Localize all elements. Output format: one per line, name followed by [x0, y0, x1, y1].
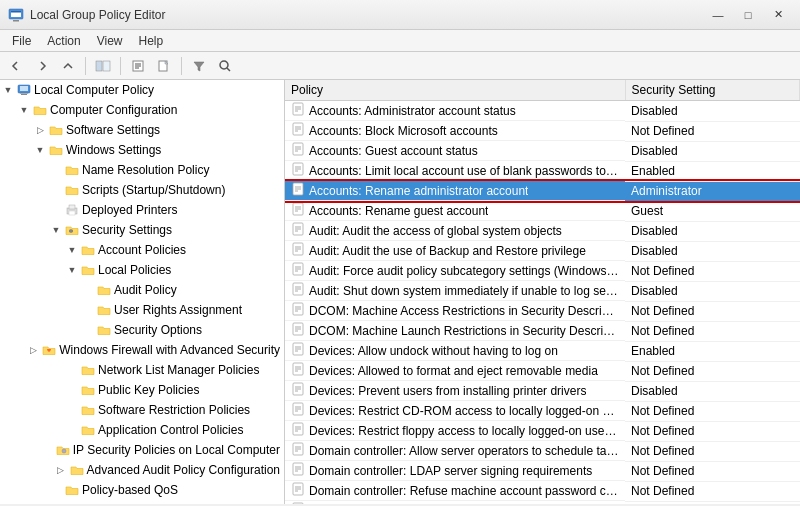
tree-item-software-restriction[interactable]: ▷ Software Restriction Policies — [0, 400, 284, 420]
tree-item-network-list[interactable]: ▷ Network List Manager Policies — [0, 360, 284, 380]
table-row[interactable]: Devices: Allowed to format and eject rem… — [285, 361, 800, 381]
column-header-setting[interactable]: Security Setting — [625, 80, 800, 101]
expander-icon[interactable]: ▼ — [16, 102, 32, 118]
expander-icon[interactable]: ▷ — [80, 282, 96, 298]
expander-icon[interactable]: ▷ — [48, 182, 64, 198]
security-setting: Disabled — [625, 381, 800, 401]
properties-button[interactable] — [126, 55, 150, 77]
tree-label: Network List Manager Policies — [98, 363, 259, 377]
svg-rect-105 — [293, 503, 303, 504]
expander-icon[interactable]: ▷ — [64, 402, 80, 418]
table-row[interactable]: Domain controller: Allow server operator… — [285, 441, 800, 461]
table-row[interactable]: Domain controller: LDAP server signing r… — [285, 461, 800, 481]
tree-item-audit-policy[interactable]: ▷ Audit Policy — [0, 280, 284, 300]
toolbar-separator-1 — [85, 57, 86, 75]
svg-rect-3 — [13, 20, 19, 22]
table-row[interactable]: Domain member: Digitally encrypt or sign… — [285, 501, 800, 504]
table-row[interactable]: Devices: Allow undock without having to … — [285, 341, 800, 361]
expander-icon[interactable]: ▷ — [48, 482, 64, 498]
policy-icon — [291, 502, 305, 504]
show-hide-button[interactable] — [91, 55, 115, 77]
expander-icon[interactable]: ▷ — [53, 462, 69, 478]
table-row[interactable]: DCOM: Machine Launch Restrictions in Sec… — [285, 321, 800, 341]
expander-icon[interactable]: ▷ — [48, 162, 64, 178]
expander-icon[interactable]: ▷ — [39, 442, 55, 458]
table-row[interactable]: Accounts: Administrator account statusDi… — [285, 101, 800, 122]
expander-icon[interactable]: ▼ — [64, 262, 80, 278]
tree-panel[interactable]: ▼ Local Computer Policy ▼ Computer Confi… — [0, 80, 285, 504]
expander-icon[interactable]: ▷ — [48, 502, 64, 504]
svg-rect-18 — [69, 205, 75, 209]
tree-item-public-key[interactable]: ▷ Public Key Policies — [0, 380, 284, 400]
expander-icon[interactable]: ▷ — [80, 302, 96, 318]
tree-item-local-computer-policy[interactable]: ▼ Local Computer Policy — [0, 80, 284, 100]
table-row[interactable]: Audit: Audit the access of global system… — [285, 221, 800, 241]
expander-icon[interactable]: ▷ — [25, 342, 41, 358]
expander-icon[interactable]: ▼ — [48, 222, 64, 238]
minimize-button[interactable]: — — [704, 5, 732, 25]
table-row[interactable]: DCOM: Machine Access Restrictions in Sec… — [285, 301, 800, 321]
tree-item-security-settings[interactable]: ▼ Security Settings — [0, 220, 284, 240]
policy-icon — [291, 142, 305, 159]
table-row[interactable]: Audit: Force audit policy subcategory se… — [285, 261, 800, 281]
security-setting: Not Defined — [625, 361, 800, 381]
search-button[interactable] — [213, 55, 237, 77]
expander-icon[interactable]: ▼ — [64, 242, 80, 258]
filter-button[interactable] — [187, 55, 211, 77]
table-row[interactable]: Accounts: Rename guest accountGuest — [285, 201, 800, 221]
new-button[interactable] — [152, 55, 176, 77]
expander-icon[interactable]: ▷ — [64, 382, 80, 398]
tree-item-policy-qos[interactable]: ▷ Policy-based QoS — [0, 480, 284, 500]
table-row[interactable]: Accounts: Rename administrator accountAd… — [285, 181, 800, 201]
folder-icon — [80, 262, 96, 278]
table-row[interactable]: Devices: Prevent users from installing p… — [285, 381, 800, 401]
firewall-icon — [41, 342, 57, 358]
expander-icon[interactable]: ▼ — [0, 82, 16, 98]
expander-icon[interactable]: ▼ — [32, 142, 48, 158]
menu-help[interactable]: Help — [131, 30, 172, 51]
maximize-button[interactable]: □ — [734, 5, 762, 25]
tree-item-ip-security[interactable]: ▷ IP Security Policies on Local Computer — [0, 440, 284, 460]
forward-button[interactable] — [30, 55, 54, 77]
svg-rect-15 — [21, 94, 27, 95]
folder-icon — [55, 442, 71, 458]
table-row[interactable]: Devices: Restrict floppy access to local… — [285, 421, 800, 441]
tree-item-windows-firewall[interactable]: ▷ Windows Firewall with Advanced Securit… — [0, 340, 284, 360]
menu-bar: File Action View Help — [0, 30, 800, 52]
tree-item-name-resolution[interactable]: ▷ Name Resolution Policy — [0, 160, 284, 180]
security-setting: Not Defined — [625, 461, 800, 481]
tree-item-windows-settings[interactable]: ▼ Windows Settings — [0, 140, 284, 160]
close-button[interactable]: ✕ — [764, 5, 792, 25]
tree-item-account-policies[interactable]: ▼ Account Policies — [0, 240, 284, 260]
menu-view[interactable]: View — [89, 30, 131, 51]
tree-item-user-rights[interactable]: ▷ User Rights Assignment — [0, 300, 284, 320]
table-row[interactable]: Accounts: Block Microsoft accountsNot De… — [285, 121, 800, 141]
tree-item-computer-configuration[interactable]: ▼ Computer Configuration — [0, 100, 284, 120]
tree-item-admin-templates[interactable]: ▷ Administrative Templates — [0, 500, 284, 504]
expander-icon[interactable]: ▷ — [80, 322, 96, 338]
table-row[interactable]: Accounts: Guest account statusDisabled — [285, 141, 800, 161]
table-row[interactable]: Audit: Shut down system immediately if u… — [285, 281, 800, 301]
tree-item-local-policies[interactable]: ▼ Local Policies — [0, 260, 284, 280]
expander-icon[interactable]: ▷ — [64, 422, 80, 438]
tree-item-advanced-audit[interactable]: ▷ Advanced Audit Policy Configuration — [0, 460, 284, 480]
table-row[interactable]: Accounts: Limit local account use of bla… — [285, 161, 800, 181]
expander-icon[interactable]: ▷ — [64, 362, 80, 378]
tree-item-deployed-printers[interactable]: ▷ Deployed Printers — [0, 200, 284, 220]
tree-item-app-control[interactable]: ▷ Application Control Policies — [0, 420, 284, 440]
tree-item-security-options[interactable]: ▷ Security Options — [0, 320, 284, 340]
table-row[interactable]: Domain controller: Refuse machine accoun… — [285, 481, 800, 501]
column-header-policy[interactable]: Policy — [285, 80, 625, 101]
expander-icon[interactable]: ▷ — [48, 202, 64, 218]
detail-table[interactable]: Policy Security Setting Accounts: Admini… — [285, 80, 800, 504]
menu-file[interactable]: File — [4, 30, 39, 51]
table-row[interactable]: Audit: Audit the use of Backup and Resto… — [285, 241, 800, 261]
tree-item-scripts[interactable]: ▷ Scripts (Startup/Shutdown) — [0, 180, 284, 200]
up-button[interactable] — [56, 55, 80, 77]
menu-action[interactable]: Action — [39, 30, 88, 51]
table-row[interactable]: Devices: Restrict CD-ROM access to local… — [285, 401, 800, 421]
tree-item-software-settings[interactable]: ▷ Software Settings — [0, 120, 284, 140]
back-button[interactable] — [4, 55, 28, 77]
policy-icon — [291, 362, 305, 379]
expander-icon[interactable]: ▷ — [32, 122, 48, 138]
